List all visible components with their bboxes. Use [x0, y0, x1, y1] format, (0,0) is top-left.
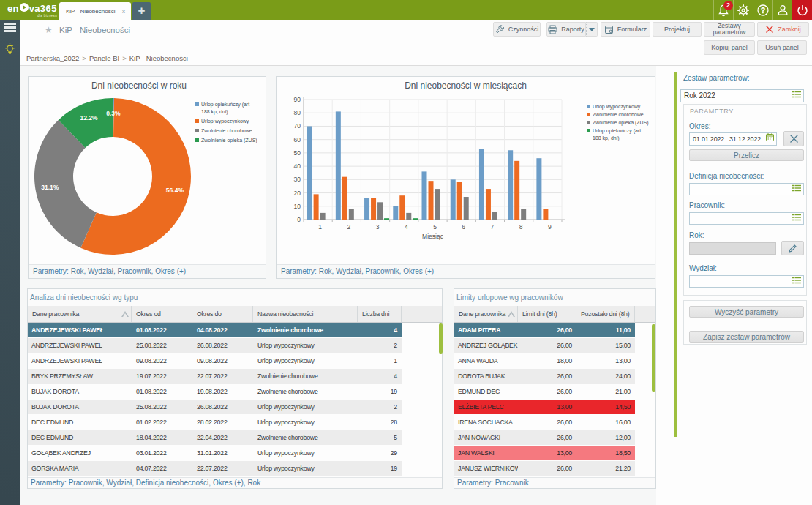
- column-header-2[interactable]: Okres do: [192, 306, 253, 322]
- table-row[interactable]: ANDRZEJEWSKI PAWEŁ25.08.202226.08.2022Ur…: [28, 338, 442, 354]
- table-row[interactable]: ANNA WAJDA18,0013,00: [454, 354, 655, 369]
- bar-3-s0[interactable]: [364, 198, 369, 220]
- donut-panel-parameters[interactable]: Parametry: Rok, Wydział, Pracownik, Okre…: [29, 264, 266, 278]
- absence-table-header[interactable]: Dane pracownikaOkres odOkres doNazwa nie…: [28, 306, 442, 323]
- okres-clear-button[interactable]: [783, 131, 804, 146]
- new-tab-button[interactable]: +: [132, 2, 151, 20]
- zestawy-parametrow-button[interactable]: Zestawy parametrów: [704, 22, 755, 37]
- bar-5-s2[interactable]: [435, 189, 440, 220]
- bar-3-s3[interactable]: [384, 218, 389, 220]
- favorite-star-icon[interactable]: ★: [45, 25, 53, 35]
- bar-4-s0[interactable]: [393, 206, 398, 220]
- column-header-2[interactable]: Pozostało dni (8h): [576, 306, 635, 322]
- kopiuj-panel-button[interactable]: Kopiuj panel: [704, 40, 755, 55]
- wydzial-input[interactable]: [689, 275, 804, 288]
- column-header-0[interactable]: Dane pracownika: [454, 306, 518, 322]
- bar-5-s1[interactable]: [429, 181, 434, 220]
- bar-7-s0[interactable]: [479, 149, 484, 220]
- bar-7-s2[interactable]: [492, 212, 497, 220]
- calendar-icon[interactable]: [766, 133, 774, 145]
- raporty-button[interactable]: Raporty: [546, 22, 586, 37]
- table-row[interactable]: ANDRZEJ GOŁĄBEK26,0015,00: [454, 338, 655, 354]
- bar-3-s1[interactable]: [371, 198, 376, 220]
- zamknij-button[interactable]: Zamknij: [757, 22, 809, 37]
- limits-table-header[interactable]: Dane pracownikaLimit dni (8h)Pozostało d…: [454, 306, 655, 323]
- table-row[interactable]: DEC EDMUND01.02.202228.02.2022Urlop wypo…: [28, 415, 442, 430]
- bar-6-s2[interactable]: [464, 197, 469, 220]
- user-button[interactable]: [772, 0, 792, 20]
- bar-8-s0[interactable]: [508, 150, 513, 220]
- column-header-4[interactable]: Liczba dni: [358, 306, 402, 322]
- bar-9-s1[interactable]: [543, 209, 548, 220]
- table-row[interactable]: BRYK PRZEMYSŁAW19.07.202222.07.2022Zwoln…: [28, 369, 442, 384]
- bar-9-s0[interactable]: [536, 158, 541, 220]
- pracownik-input[interactable]: [689, 212, 804, 225]
- czynnosci-button[interactable]: Czynności: [493, 22, 541, 37]
- list-icon[interactable]: [792, 184, 801, 195]
- bar-2-s0[interactable]: [336, 111, 341, 220]
- params-panel-green-divider[interactable]: [674, 72, 677, 437]
- list-icon[interactable]: [792, 90, 801, 102]
- table-row[interactable]: GÓRSKA MARIA04.07.202222.07.2022Urlop wy…: [28, 461, 442, 476]
- bar-5-s0[interactable]: [422, 171, 427, 220]
- absence-table-scrollbar[interactable]: [439, 323, 443, 354]
- raporty-dropdown-button[interactable]: [586, 22, 598, 37]
- parameter-set-select[interactable]: Rok 2022: [680, 89, 804, 102]
- bar-8-s2[interactable]: [521, 209, 526, 220]
- bar-2-s1[interactable]: [342, 177, 347, 220]
- list-icon[interactable]: [792, 213, 801, 225]
- table-row[interactable]: ADAM PITERA26,0011,00: [454, 323, 655, 338]
- breadcrumb-item[interactable]: Partnerska_2022: [26, 54, 79, 62]
- tab-close-icon[interactable]: x: [122, 8, 125, 15]
- absence-table-parameters[interactable]: Parametry: Pracownik, Wydział, Definicja…: [28, 477, 442, 488]
- table-row[interactable]: JAN NOWACKI26,0012,00: [454, 430, 655, 446]
- bar-1-s2[interactable]: [320, 213, 326, 220]
- table-row[interactable]: IRENA SOCHACKA26,0016,00: [454, 415, 655, 430]
- table-row[interactable]: BUJAK DOROTA25.08.202226.08.2022Urlop wy…: [28, 400, 442, 415]
- column-header-0[interactable]: Dane pracownika: [28, 306, 132, 322]
- limits-table-scrollbar[interactable]: [652, 324, 655, 392]
- formularz-button[interactable]: Formularz: [601, 22, 650, 37]
- bar-7-s1[interactable]: [486, 189, 491, 220]
- wyczysc-parametry-button[interactable]: Wyczyść parametry: [689, 306, 804, 318]
- zapisz-zestaw-button[interactable]: Zapisz zestaw parametrów: [689, 331, 804, 343]
- suggestions-lightbulb-icon[interactable]: [4, 42, 16, 59]
- projektuj-button[interactable]: Projektuj: [653, 22, 702, 37]
- help-button[interactable]: ?: [753, 0, 772, 20]
- definicja-input[interactable]: [689, 183, 804, 195]
- table-row[interactable]: JAN WALSKI13,0018,50: [454, 446, 655, 461]
- logout-button[interactable]: [792, 0, 812, 20]
- settings-button[interactable]: [733, 0, 753, 20]
- column-header-3[interactable]: Nazwa nieobecności: [253, 306, 358, 322]
- bar-6-s1[interactable]: [457, 182, 462, 220]
- table-row[interactable]: DEC EDMUND18.04.202222.04.2022Zwolnienie…: [28, 430, 442, 446]
- table-row[interactable]: BUJAK DOROTA01.08.202219.08.2022Zwolnien…: [28, 384, 442, 400]
- table-row[interactable]: EDMUND DEC26,0021,00: [454, 384, 655, 400]
- table-row[interactable]: DOROTA BUJAK26,0024,00: [454, 369, 655, 384]
- table-row[interactable]: ELŻBIETA PELC13,0014,50: [454, 400, 655, 415]
- column-header-1[interactable]: Okres od: [132, 306, 192, 322]
- limits-table-parameters[interactable]: Parametry: Pracownik: [454, 477, 655, 488]
- list-icon[interactable]: [792, 276, 801, 288]
- bar-panel-parameters[interactable]: Parametry: Rok, Wydział, Pracownik, Okre…: [277, 264, 655, 278]
- przelicz-button[interactable]: Przelicz: [689, 149, 804, 161]
- bar-1-s1[interactable]: [314, 194, 319, 220]
- table-row[interactable]: JANUSZ WIERNIKOWSKI26,0021,20: [454, 461, 655, 476]
- enova365-logo[interactable]: enva365 dla biznesu: [7, 1, 57, 20]
- bar-8-s1[interactable]: [514, 161, 519, 220]
- notifications-button[interactable]: 2: [713, 0, 733, 20]
- tab-kip-nieobecnosci[interactable]: KiP - Nieobecności x: [59, 2, 131, 20]
- bar-3-s2[interactable]: [377, 202, 383, 220]
- menu-hamburger-button[interactable]: [4, 23, 16, 34]
- bar-2-s2[interactable]: [349, 209, 354, 220]
- bar-4-s1[interactable]: [399, 195, 405, 220]
- okres-input[interactable]: 01.01.2022...31.12.2022: [689, 132, 777, 146]
- bar-1-s0[interactable]: [307, 126, 312, 220]
- bar-4-s3[interactable]: [413, 218, 418, 220]
- column-header-1[interactable]: Limit dni (8h): [518, 306, 576, 322]
- table-row[interactable]: ANDRZEJEWSKI PAWEŁ01.08.202204.08.2022Zw…: [28, 323, 442, 338]
- rok-edit-button[interactable]: [781, 241, 804, 255]
- table-row[interactable]: GOŁĄBEK ANDRZEJ03.01.202231.01.2022Urlop…: [28, 446, 442, 461]
- bar-6-s0[interactable]: [451, 179, 456, 220]
- bar-4-s2[interactable]: [406, 213, 411, 220]
